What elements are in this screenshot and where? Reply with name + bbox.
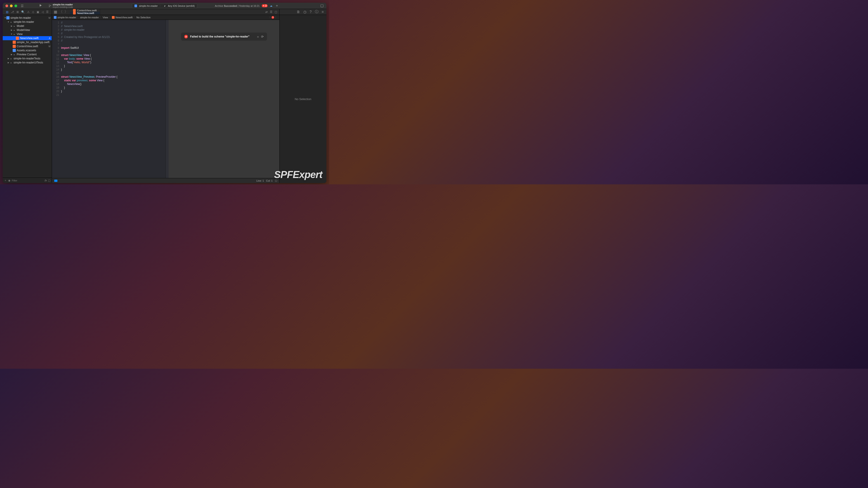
tree-item-contentview-swift[interactable]: ContentView.swiftM: [3, 44, 52, 48]
debug-area-toggle[interactable]: [54, 180, 57, 182]
navigator-sidebar: ▼simple-hn-readerM▼▸simple-hn-reader▶▸Mo…: [3, 15, 52, 183]
code-editor[interactable]: 123456789101112131415161718192021 //// N…: [52, 20, 168, 178]
filter-scope-icon[interactable]: ◉: [8, 179, 10, 182]
disclosure-icon[interactable]: ▶: [7, 61, 9, 64]
minimize-window-button[interactable]: [10, 4, 13, 7]
tree-item-simple-hn-reader[interactable]: ▼simple-hn-readerM: [3, 16, 52, 20]
project-tree: ▼simple-hn-readerM▼▸simple-hn-reader▶▸Mo…: [3, 15, 52, 177]
canvas-toggle-icon[interactable]: ▢: [275, 10, 277, 13]
find-navigator-icon[interactable]: 🔍: [21, 10, 25, 13]
disclosure-icon[interactable]: ▼: [7, 21, 9, 23]
scheme-sep: 〉: [160, 4, 162, 7]
preview-error-text: Failed to build the scheme "simple-hn-re…: [190, 35, 255, 38]
tree-item-model[interactable]: ▶▸Model: [3, 24, 52, 28]
forward-button[interactable]: 〉: [64, 9, 68, 14]
code-content[interactable]: //// NewsView.swift// simple-hn-reader//…: [61, 20, 165, 178]
test-navigator-icon[interactable]: ◇: [32, 10, 34, 13]
add-tab-button[interactable]: ＋: [275, 3, 279, 8]
scm-filter-icon[interactable]: ▢: [48, 179, 51, 182]
editor-layout-icon[interactable]: ⇄: [266, 10, 268, 13]
zoom-window-button[interactable]: [14, 4, 17, 7]
inspector-placeholder: No Selection: [295, 97, 311, 101]
folder-icon: ▸: [13, 33, 16, 36]
svg-point-2: [49, 6, 50, 7]
branch-indicator[interactable]: [49, 4, 51, 7]
adjust-editor-icon[interactable]: ☰: [270, 10, 272, 13]
tree-item-newsview-swift[interactable]: NewsView.swiftA: [3, 36, 52, 40]
tree-item-assets-xcassets[interactable]: Assets.xcassets: [3, 48, 52, 53]
crumb-2[interactable]: View: [103, 16, 108, 19]
editor-options: ⇄ ☰ ▢: [263, 9, 279, 15]
build-status: Archive Succeeded | Yesterday at 16:21 3…: [215, 4, 272, 7]
project-crumb-icon: [54, 16, 57, 19]
help-inspector-icon[interactable]: ⓘ: [315, 9, 318, 14]
minimap[interactable]: [165, 20, 168, 178]
jump-bar[interactable]: simple-hn-reader 〉 simple-hn-reader 〉 Vi…: [52, 15, 279, 20]
recent-filter-icon[interactable]: ◔: [44, 179, 46, 182]
breakpoint-navigator-icon[interactable]: ◁: [41, 10, 43, 13]
project-navigator-icon[interactable]: ▤: [6, 10, 8, 13]
tree-item-simple-hn-readeruitests[interactable]: ▶▸simple-hn-readerUITests: [3, 61, 52, 65]
swift-crumb-icon: [112, 16, 115, 19]
navigator-selector: ▤ ⎇ ⊞ 🔍 ⚠ ◇ ▣ ◁ ☰: [3, 9, 52, 15]
traffic-lights: [5, 4, 17, 7]
swift-icon: [13, 45, 16, 48]
debug-navigator-icon[interactable]: ▣: [37, 10, 39, 13]
symbol-navigator-icon[interactable]: ⊞: [17, 10, 19, 13]
crumb-3[interactable]: NewsView.swift: [116, 16, 133, 19]
scheme-selector[interactable]: simple-hn-reader 〉 Any iOS Device (arm64…: [132, 4, 197, 8]
tree-item-preview-content[interactable]: ▶▸Preview Content: [3, 53, 52, 57]
error-icon: ✕: [184, 35, 188, 38]
inspector-selector: 🗎 ◷ ? ⓘ ≡: [279, 9, 327, 15]
tree-item-simple_hn_readerapp-swift[interactable]: simple_hn_readerApp.swift: [3, 40, 52, 44]
back-button[interactable]: 〈: [59, 9, 63, 14]
add-file-button[interactable]: ＋: [4, 178, 7, 182]
scm-badge: A: [49, 37, 51, 39]
close-window-button[interactable]: [5, 4, 8, 7]
history-inspector-icon[interactable]: ◷: [303, 10, 307, 14]
crumb-4[interactable]: No Selection: [136, 16, 151, 19]
issue-navigator-icon[interactable]: ⚠: [27, 10, 30, 13]
project-name-label: simple-hn-reader: [53, 3, 73, 6]
retry-button[interactable]: ⟳: [261, 35, 264, 38]
tree-label: simple-hn-reader: [10, 16, 31, 20]
disclosure-icon[interactable]: ▶: [10, 53, 13, 56]
editor-mode-icon[interactable]: ▢: [275, 179, 277, 182]
crumb-1[interactable]: simple-hn-reader: [80, 16, 99, 19]
tree-label: NewsView.swift: [20, 37, 38, 40]
issue-indicator-icon[interactable]: ✕: [272, 16, 274, 19]
tree-item-simple-hn-readertests[interactable]: ▶▸simple-hn-readerTests: [3, 57, 52, 61]
branch-name-label: import-existing-code: [53, 6, 73, 8]
tree-label: Assets.xcassets: [17, 49, 36, 52]
tree-label: Preview Content: [17, 53, 37, 56]
disclosure-icon[interactable]: ▶: [7, 57, 9, 60]
file-inspector-icon[interactable]: 🗎: [297, 10, 300, 14]
disclosure-icon[interactable]: ▶: [10, 25, 13, 27]
tree-item-modelview[interactable]: ▶▸ModelView: [3, 28, 52, 32]
tab-newsview-swift[interactable]: NewsView.swift: [70, 12, 100, 14]
disclosure-icon[interactable]: ▼: [4, 17, 6, 19]
filter-input[interactable]: [12, 179, 43, 182]
library-button[interactable]: ▢: [320, 3, 324, 8]
related-items-icon[interactable]: ▦: [54, 10, 57, 14]
attributes-inspector-icon[interactable]: ≡: [322, 10, 324, 14]
folder-icon: ▸: [13, 29, 16, 32]
tree-item-view[interactable]: ▼▸View: [3, 32, 52, 36]
next-issue-button[interactable]: 〉: [275, 15, 278, 19]
error-badge[interactable]: 3: [262, 4, 268, 7]
disclosure-icon[interactable]: ▶: [10, 29, 13, 31]
sidebar-toggle-icon[interactable]: ☰: [21, 4, 24, 8]
quick-help-icon[interactable]: ?: [310, 10, 312, 14]
crumb-0[interactable]: simple-hn-reader: [57, 16, 76, 19]
diagnostics-button[interactable]: ⟐: [257, 35, 259, 38]
source-control-navigator-icon[interactable]: ⎇: [11, 10, 14, 13]
status-text: Archive Succeeded | Yesterday at 16:21: [215, 4, 259, 7]
prev-issue-button[interactable]: 〈: [268, 15, 271, 19]
run-button[interactable]: [39, 4, 42, 8]
report-navigator-icon[interactable]: ☰: [46, 10, 49, 13]
disclosure-icon[interactable]: ▼: [10, 33, 13, 35]
cloud-icon[interactable]: ☁: [270, 4, 272, 7]
tab-contentview-swift[interactable]: ContentView.swift: [70, 9, 100, 12]
svg-marker-0: [40, 4, 42, 6]
tree-item-simple-hn-reader[interactable]: ▼▸simple-hn-reader: [3, 20, 52, 24]
